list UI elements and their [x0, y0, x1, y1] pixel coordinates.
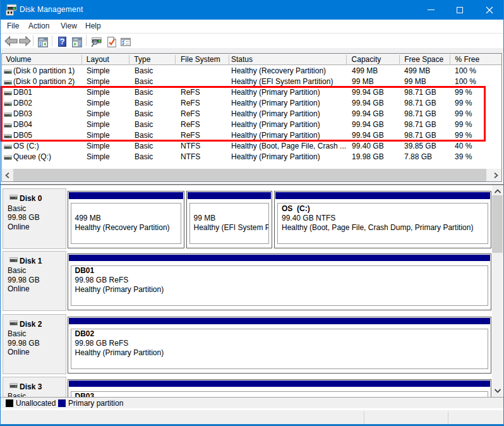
svg-text:?: ? — [60, 37, 65, 46]
